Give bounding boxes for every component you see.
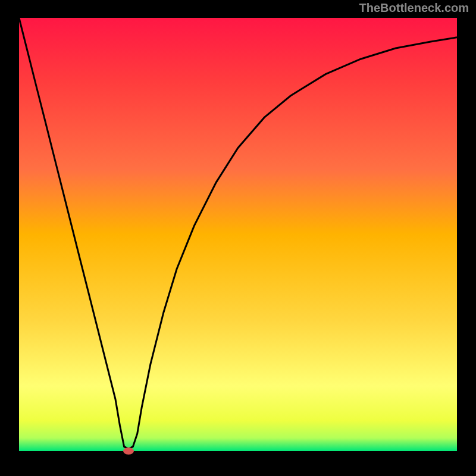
curve-layer bbox=[19, 18, 457, 451]
bottleneck-curve bbox=[19, 18, 457, 449]
plot-area bbox=[19, 18, 457, 451]
minimum-marker bbox=[123, 447, 134, 455]
watermark-text: TheBottleneck.com bbox=[359, 1, 469, 15]
